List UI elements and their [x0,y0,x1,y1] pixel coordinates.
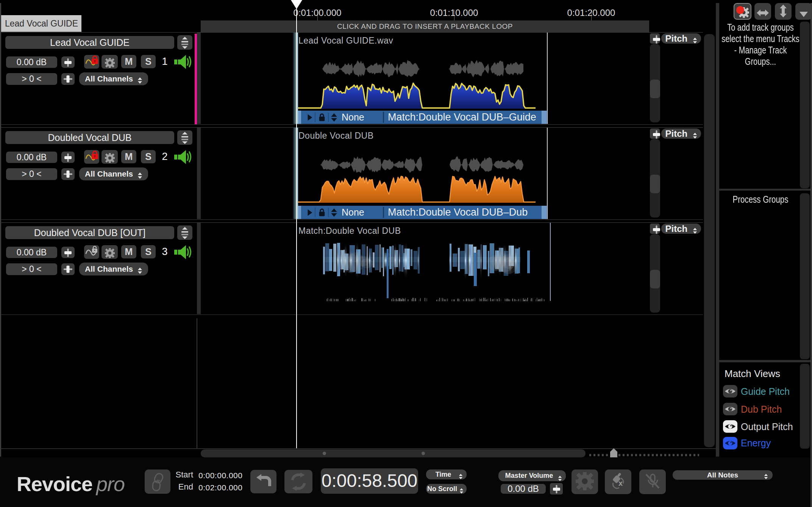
svg-text:x: x [618,479,623,487]
